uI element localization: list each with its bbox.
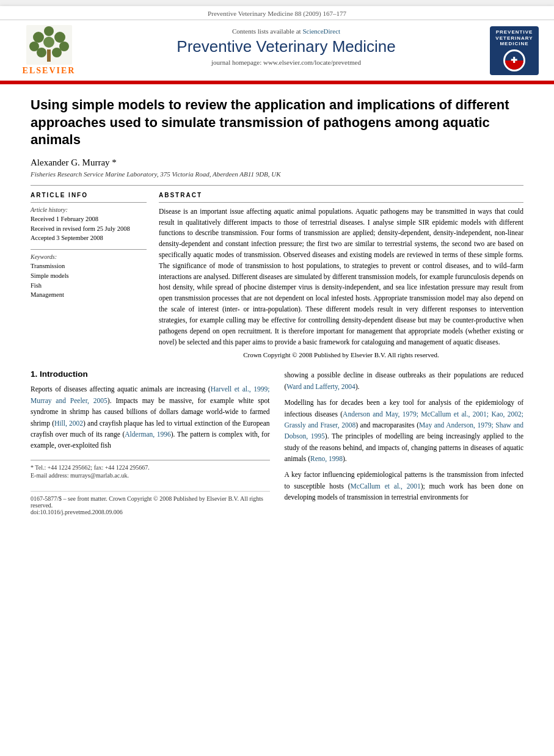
- body-col2-para1: showing a possible decline in disease ou…: [285, 369, 524, 392]
- elsevier-logo-area: ELSEVIER: [12, 25, 86, 76]
- abstract-col: ABSTRACT Disease is an important issue a…: [159, 192, 523, 359]
- received2: Received in revised form 25 July 2008: [31, 224, 147, 234]
- badge-circle-icon: ✚: [503, 49, 525, 71]
- body-col2-para3: A key factor influencing epidemiological…: [285, 469, 524, 503]
- bottom-note-2: doi:10.1016/j.prevetmed.2008.09.006: [31, 509, 270, 515]
- journal-header-center: Contents lists available at ScienceDirec…: [86, 25, 487, 76]
- article-divider: [31, 185, 523, 186]
- ref-ward[interactable]: Ward and Lafferty, 2004: [286, 383, 355, 390]
- article-info-top-divider: [31, 202, 147, 203]
- svg-rect-9: [47, 49, 51, 62]
- footnote-area: * Tel.: +44 1224 295662; fax: +44 1224 2…: [31, 460, 270, 479]
- history-label: Article history:: [31, 206, 147, 213]
- keyword-transmission: Transmission: [31, 261, 147, 271]
- ref-reno[interactable]: Reno, 1998: [310, 455, 343, 462]
- accepted: Accepted 3 September 2008: [31, 233, 147, 243]
- body-two-col: 1. Introduction Reports of diseases affe…: [31, 369, 523, 515]
- received1: Received 1 February 2008: [31, 214, 147, 224]
- elsevier-wordmark: ELSEVIER: [23, 66, 76, 76]
- svg-point-1: [44, 26, 54, 36]
- article-info-mid-divider: [31, 249, 147, 250]
- journal-top-bar: Preventive Veterinary Medicine 88 (2009)…: [0, 6, 554, 20]
- sciencedirect-link[interactable]: ScienceDirect: [302, 27, 340, 35]
- elsevier-logo: ELSEVIER: [12, 25, 86, 76]
- history-group: Article history: Received 1 February 200…: [31, 206, 147, 243]
- ref-harvell[interactable]: Harvell et al., 1999; Murray and Peeler,…: [31, 385, 270, 404]
- ref-hill[interactable]: Hill, 2002: [54, 420, 83, 427]
- journal-header: ELSEVIER Contents lists available at Sci…: [0, 20, 554, 82]
- keywords-group: Keywords: Transmission Simple models Fis…: [31, 253, 147, 300]
- svg-point-5: [43, 37, 54, 48]
- keywords-label: Keywords:: [31, 253, 147, 260]
- author-affiliation: Fisheries Research Service Marine Labora…: [31, 170, 523, 178]
- body-section: 1. Introduction Reports of diseases affe…: [31, 369, 523, 515]
- keyword-simple-models: Simple models: [31, 271, 147, 281]
- ref-mccallum[interactable]: McCallum et al., 2001: [351, 482, 421, 490]
- body-col1-para1: Reports of diseases affecting aquatic an…: [31, 383, 270, 451]
- copyright-line: Crown Copyright © 2008 Published by Else…: [159, 351, 523, 358]
- body-col2-para2: Modelling has for decades been a key too…: [285, 397, 524, 464]
- badge-title: PREVENTIVEVETERINARYMEDICINE: [495, 29, 533, 47]
- abstract-text: Disease is an important issue affecting …: [159, 206, 523, 348]
- body-col-1: 1. Introduction Reports of diseases affe…: [31, 369, 270, 515]
- contents-line: Contents lists available at ScienceDirec…: [92, 27, 481, 35]
- footnote-email: E-mail address: murrays@marlab.ac.uk.: [31, 472, 270, 479]
- bottom-note-1: 0167-5877/$ – see front matter. Crown Co…: [31, 495, 270, 509]
- svg-point-7: [37, 48, 46, 57]
- page: Preventive Veterinary Medicine 88 (2009)…: [0, 6, 554, 756]
- body-col-2: showing a possible decline in disease ou…: [285, 369, 524, 515]
- journal-title: Preventive Veterinary Medicine: [92, 37, 481, 56]
- ref-alderman[interactable]: Alderman, 1996: [125, 431, 170, 438]
- impacts-text: Impacts: [115, 397, 137, 404]
- journal-badge: PREVENTIVEVETERINARYMEDICINE ✚: [490, 26, 539, 75]
- journal-badge-area: PREVENTIVEVETERINARYMEDICINE ✚: [487, 25, 542, 76]
- article-content: Using simple models to review the applic…: [0, 84, 554, 528]
- article-info-abstract-cols: ARTICLE INFO Article history: Received 1…: [31, 192, 523, 359]
- svg-point-3: [54, 32, 65, 43]
- article-info-label: ARTICLE INFO: [31, 192, 147, 198]
- svg-point-8: [52, 48, 62, 57]
- journal-citation: Preventive Veterinary Medicine 88 (2009)…: [208, 10, 346, 17]
- keyword-fish: Fish: [31, 281, 147, 291]
- journal-homepage: journal homepage: www.elsevier.com/locat…: [92, 59, 481, 66]
- footnote-tel: * Tel.: +44 1224 295662; fax: +44 1224 2…: [31, 464, 270, 471]
- bottom-note: 0167-5877/$ – see front matter. Crown Co…: [31, 491, 270, 515]
- svg-point-2: [33, 32, 44, 43]
- article-info-col: ARTICLE INFO Article history: Received 1…: [31, 192, 147, 359]
- abstract-top-divider: [159, 202, 523, 203]
- article-title: Using simple models to review the applic…: [31, 96, 523, 149]
- article-author: Alexander G. Murray *: [31, 158, 523, 168]
- abstract-label: ABSTRACT: [159, 192, 523, 198]
- keyword-management: Management: [31, 290, 147, 300]
- section1-heading: 1. Introduction: [31, 369, 270, 379]
- elsevier-tree-icon: [26, 25, 72, 65]
